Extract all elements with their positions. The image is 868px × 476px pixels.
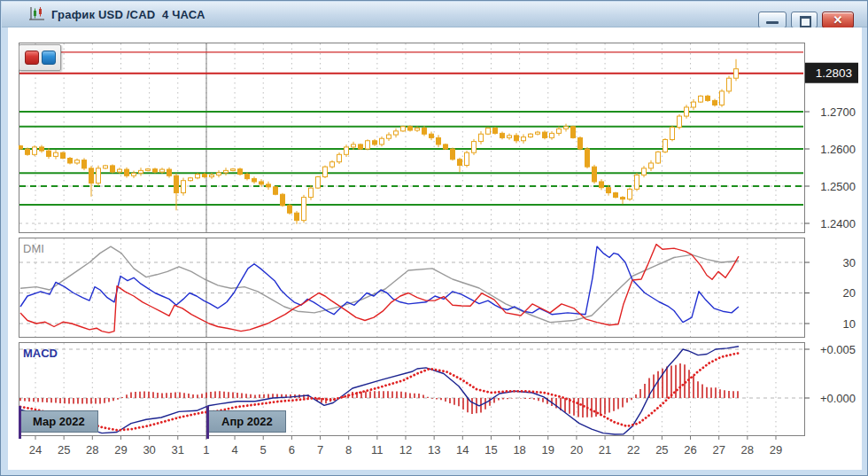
svg-text:20: 20 bbox=[843, 286, 856, 300]
x-axis: 2425282930311456781112131415181920212225… bbox=[19, 436, 860, 464]
svg-text:25: 25 bbox=[58, 443, 70, 456]
svg-text:28: 28 bbox=[741, 443, 754, 456]
price-chart[interactable]: 1.27001.26001.25001.24001.2803 bbox=[19, 43, 860, 233]
svg-text:+0.005: +0.005 bbox=[820, 343, 856, 356]
svg-text:30: 30 bbox=[843, 256, 856, 269]
svg-text:31: 31 bbox=[172, 443, 184, 456]
close-button[interactable]: ✕ bbox=[822, 12, 854, 28]
minimize-icon bbox=[766, 21, 779, 24]
svg-text:25: 25 bbox=[655, 443, 668, 456]
chart-client-area: 1.27001.26001.25001.24001.2803 302010 +0… bbox=[8, 27, 862, 470]
svg-text:15: 15 bbox=[484, 443, 497, 456]
month-label-march-text: Мар 2022 bbox=[33, 415, 85, 428]
svg-text:8: 8 bbox=[345, 443, 352, 456]
svg-text:11: 11 bbox=[371, 443, 384, 456]
svg-text:1: 1 bbox=[203, 443, 209, 456]
svg-text:29: 29 bbox=[770, 443, 782, 456]
svg-text:10: 10 bbox=[843, 317, 856, 331]
svg-text:19: 19 bbox=[542, 443, 554, 456]
macd-label: MACD bbox=[23, 347, 58, 360]
svg-text:1.2500: 1.2500 bbox=[820, 180, 856, 193]
window-controls: ✕ bbox=[758, 12, 854, 28]
svg-text:13: 13 bbox=[428, 443, 440, 456]
svg-text:1.2803: 1.2803 bbox=[816, 66, 852, 80]
svg-text:1.2400: 1.2400 bbox=[820, 217, 856, 230]
svg-text:22: 22 bbox=[627, 443, 639, 456]
maximize-icon bbox=[800, 16, 811, 27]
svg-text:12: 12 bbox=[399, 443, 412, 456]
svg-text:5: 5 bbox=[260, 443, 267, 456]
minimize-button[interactable] bbox=[758, 12, 787, 28]
svg-text:7: 7 bbox=[317, 443, 323, 456]
month-label-march: Мар 2022 bbox=[19, 410, 98, 433]
svg-text:1.2700: 1.2700 bbox=[820, 105, 856, 119]
svg-text:18: 18 bbox=[513, 443, 525, 456]
svg-text:29: 29 bbox=[114, 443, 127, 456]
dmi-label: DMI bbox=[23, 242, 44, 255]
dmi-indicator-chart[interactable]: 302010 bbox=[19, 238, 860, 338]
macd-indicator-chart[interactable]: +0.005+0.000 bbox=[19, 342, 860, 436]
svg-text:4: 4 bbox=[231, 443, 237, 456]
month-separator-march bbox=[19, 406, 21, 439]
close-icon: ✕ bbox=[823, 12, 853, 28]
titlebar[interactable]: График USD /CAD 4 ЧАСА ✕ bbox=[2, 2, 868, 27]
month-label-april: Апр 2022 bbox=[208, 410, 286, 433]
chart-app-icon bbox=[28, 6, 46, 22]
chart-window: График USD /CAD 4 ЧАСА ✕ 1.27001.26001.2… bbox=[0, 0, 868, 476]
marker-toolbar bbox=[19, 44, 61, 71]
month-label-april-text: Апр 2022 bbox=[221, 415, 273, 428]
svg-text:28: 28 bbox=[86, 443, 98, 456]
maximize-button[interactable] bbox=[791, 12, 818, 28]
svg-text:+0.000: +0.000 bbox=[820, 392, 856, 405]
svg-text:24: 24 bbox=[29, 443, 42, 456]
svg-text:30: 30 bbox=[143, 443, 155, 456]
blue-marker-button[interactable] bbox=[42, 51, 56, 65]
svg-text:26: 26 bbox=[684, 443, 696, 456]
month-separator-april bbox=[206, 406, 209, 439]
red-marker-button[interactable] bbox=[25, 51, 39, 65]
svg-text:1.2600: 1.2600 bbox=[820, 143, 856, 156]
svg-text:27: 27 bbox=[712, 443, 725, 456]
svg-text:21: 21 bbox=[599, 443, 611, 456]
svg-text:6: 6 bbox=[289, 443, 295, 456]
svg-text:14: 14 bbox=[456, 443, 469, 456]
svg-text:20: 20 bbox=[570, 443, 583, 456]
window-title: График USD /CAD 4 ЧАСА bbox=[51, 8, 205, 21]
